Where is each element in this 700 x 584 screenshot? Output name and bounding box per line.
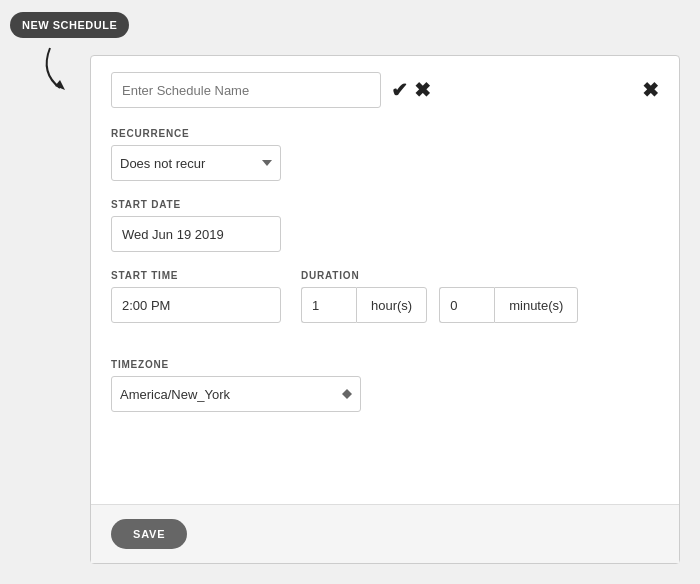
arrow-indicator [30, 38, 90, 98]
confirm-icon[interactable]: ✔ [391, 78, 408, 102]
start-date-input[interactable] [111, 216, 281, 252]
duration-label: DURATION [301, 270, 659, 281]
dialog-body: ✔ ✖ ✖ RECURRENCE Does not recur Daily We… [91, 56, 679, 504]
header-row: ✔ ✖ ✖ [111, 72, 659, 108]
duration-inputs: hour(s) minute(s) [301, 287, 659, 323]
timezone-group: TIMEZONE America/New_York America/Chicag… [111, 359, 659, 412]
start-time-label: START TIME [111, 270, 281, 281]
new-schedule-badge: NEW SCHEDULE [10, 12, 129, 38]
schedule-name-input[interactable] [111, 72, 381, 108]
duration-group: DURATION hour(s) minute(s) [301, 270, 659, 323]
dialog-footer: SAVE [91, 504, 679, 563]
cancel-icon[interactable]: ✖ [414, 78, 431, 102]
save-button[interactable]: SAVE [111, 519, 187, 549]
header-actions: ✔ ✖ ✖ [391, 78, 659, 102]
recurrence-group: RECURRENCE Does not recur Daily Weekly M… [111, 128, 659, 181]
timezone-select[interactable]: America/New_York America/Chicago America… [111, 376, 361, 412]
start-time-group: START TIME [111, 270, 281, 323]
start-date-label: START DATE [111, 199, 659, 210]
start-date-group: START DATE [111, 199, 659, 252]
time-duration-row: START TIME DURATION hour(s) minute(s) [111, 270, 659, 341]
recurrence-select[interactable]: Does not recur Daily Weekly Monthly [111, 145, 281, 181]
recurrence-label: RECURRENCE [111, 128, 659, 139]
hours-unit-label: hour(s) [356, 287, 427, 323]
duration-minutes-input[interactable] [439, 287, 494, 323]
duration-hours-input[interactable] [301, 287, 356, 323]
schedule-dialog: ✔ ✖ ✖ RECURRENCE Does not recur Daily We… [90, 55, 680, 564]
close-button[interactable]: ✖ [642, 80, 659, 100]
svg-marker-0 [55, 80, 65, 90]
minutes-unit-label: minute(s) [494, 287, 578, 323]
start-time-input[interactable] [111, 287, 281, 323]
timezone-label: TIMEZONE [111, 359, 659, 370]
